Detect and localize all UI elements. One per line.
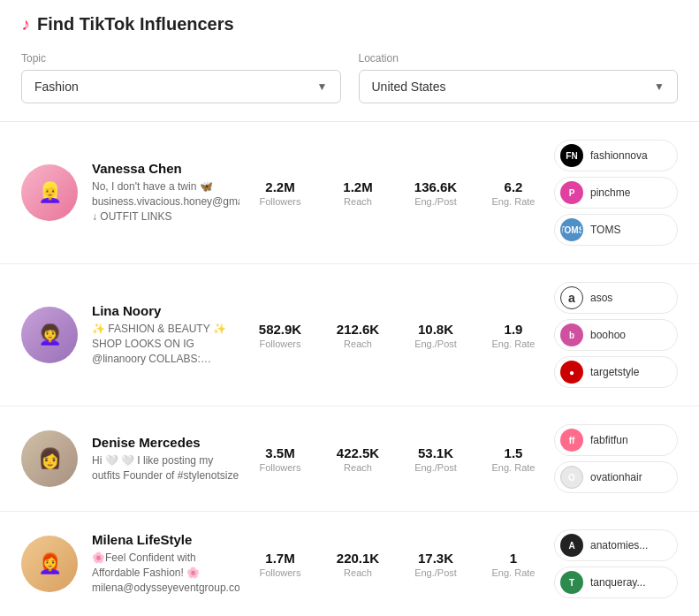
influencer-card[interactable]: 👩‍🦰Milena LifeStyle🌸Feel Confident with … <box>0 512 699 616</box>
brand-pill[interactable]: aasos <box>554 282 678 314</box>
brand-logo: ● <box>560 361 583 384</box>
stat-label: Eng. Rate <box>487 196 540 207</box>
brand-logo: a <box>560 286 583 309</box>
stat-label: Eng. Rate <box>487 462 540 473</box>
influencer-name: Lina Noory <box>92 303 239 318</box>
stat-value: 220.1K <box>331 551 384 566</box>
tiktok-icon: ♪ <box>21 14 30 34</box>
influencer-info: Denise MercedesHi 🤍 🤍 I like posting my … <box>92 435 239 483</box>
avatar: 👱‍♀️ <box>21 164 78 221</box>
stat-item: 1Eng. Rate <box>487 551 540 578</box>
avatar: 👩‍🦰 <box>21 536 78 592</box>
brand-pill[interactable]: Oovationhair <box>554 461 678 493</box>
stat-label: Eng. Rate <box>487 567 540 578</box>
brands-column: aasosbboohoo●targetstyle <box>554 282 678 388</box>
influencer-bio: No, I don't have a twin 🦋 business.vivac… <box>92 179 239 224</box>
brand-pill[interactable]: FNfashionnova <box>554 140 678 171</box>
influencer-info: Lina Noory✨ FASHION & BEAUTY ✨ SHOP LOOK… <box>92 303 239 366</box>
location-select[interactable]: United States ▼ <box>359 70 679 103</box>
influencer-bio: ✨ FASHION & BEAUTY ✨ SHOP LOOKS ON IG @l… <box>92 322 239 366</box>
brand-pill[interactable]: TOMSTOMS <box>554 214 678 246</box>
stat-value: 10.8K <box>409 322 462 337</box>
location-value: United States <box>372 80 446 94</box>
stat-item: 136.6KEng./Post <box>409 179 462 207</box>
stats-row: 2.2MFollowers1.2MReach136.6KEng./Post6.2… <box>254 179 540 207</box>
stat-label: Followers <box>254 196 307 207</box>
stat-value: 1.9 <box>487 322 540 337</box>
stat-value: 422.5K <box>331 445 384 460</box>
brand-name: pinchme <box>590 186 630 199</box>
stat-label: Eng. Rate <box>487 338 540 349</box>
brand-logo: P <box>560 181 583 204</box>
topic-select[interactable]: Fashion ▼ <box>21 70 341 103</box>
brand-name: boohoo <box>590 329 626 341</box>
stat-label: Followers <box>254 462 307 473</box>
stat-value: 582.9K <box>254 322 307 337</box>
stat-value: 3.5M <box>254 445 307 460</box>
brand-name: fabfitfun <box>590 434 628 446</box>
stat-item: 220.1KReach <box>331 551 384 578</box>
brands-column: fffabfitfunOovationhair <box>554 424 678 493</box>
stat-value: 1 <box>487 551 540 566</box>
stat-item: 1.2MReach <box>331 179 384 207</box>
influencer-name: Milena LifeStyle <box>92 532 239 547</box>
influencer-name: Vanessa Chen <box>92 161 239 176</box>
avatar: 👩 <box>21 430 78 487</box>
stat-label: Eng./Post <box>409 338 462 349</box>
stat-item: 2.2MFollowers <box>254 179 307 207</box>
brand-pill[interactable]: fffabfitfun <box>554 424 678 456</box>
influencer-bio: 🌸Feel Confident with Affordable Fashion!… <box>92 551 239 595</box>
brands-column: Aanatomies...Ttanqueray... <box>554 529 678 598</box>
stat-value: 17.3K <box>409 551 462 566</box>
stat-item: 1.9Eng. Rate <box>487 322 540 349</box>
stat-item: 10.8KEng./Post <box>409 322 462 349</box>
location-label: Location <box>359 52 679 65</box>
brand-name: tanqueray... <box>590 576 645 589</box>
brand-logo: A <box>560 534 583 557</box>
brand-logo: b <box>560 323 583 346</box>
topic-chevron-icon: ▼ <box>317 80 328 93</box>
stat-item: 212.6KReach <box>331 322 384 349</box>
stat-label: Eng./Post <box>409 196 462 207</box>
brand-pill[interactable]: Aanatomies... <box>554 529 678 561</box>
stat-value: 136.6K <box>409 179 462 194</box>
filters-row: Topic Fashion ▼ Location United States ▼ <box>21 52 678 103</box>
stat-item: 6.2Eng. Rate <box>487 179 540 207</box>
topic-label: Topic <box>21 52 341 65</box>
influencer-list: 👱‍♀️Vanessa ChenNo, I don't have a twin … <box>0 122 699 616</box>
brand-pill[interactable]: bboohoo <box>554 319 678 351</box>
influencer-card[interactable]: 👱‍♀️Vanessa ChenNo, I don't have a twin … <box>0 122 699 264</box>
stat-item: 582.9KFollowers <box>254 322 307 349</box>
avatar: 👩‍🦱 <box>21 307 78 363</box>
stat-value: 1.5 <box>487 445 540 460</box>
stat-label: Reach <box>331 462 384 473</box>
brand-name: TOMS <box>590 224 620 236</box>
brand-pill[interactable]: ●targetstyle <box>554 356 678 388</box>
stats-row: 1.7MFollowers220.1KReach17.3KEng./Post1E… <box>254 551 540 578</box>
stat-item: 53.1KEng./Post <box>409 445 462 473</box>
brand-name: fashionnova <box>590 149 648 162</box>
influencer-card[interactable]: 👩‍🦱Lina Noory✨ FASHION & BEAUTY ✨ SHOP L… <box>0 264 699 407</box>
stat-value: 1.2M <box>331 179 384 194</box>
brands-column: FNfashionnovaPpinchmeTOMSTOMS <box>554 140 678 246</box>
stat-value: 6.2 <box>487 179 540 194</box>
influencer-info: Milena LifeStyle🌸Feel Confident with Aff… <box>92 532 239 595</box>
stat-item: 422.5KReach <box>331 445 384 473</box>
location-chevron-icon: ▼ <box>654 80 665 93</box>
brand-name: ovationhair <box>590 471 642 483</box>
brand-logo: ff <box>560 429 583 452</box>
stats-row: 582.9KFollowers212.6KReach10.8KEng./Post… <box>254 322 540 349</box>
stat-label: Reach <box>331 567 384 578</box>
stat-label: Reach <box>331 196 384 207</box>
brand-name: targetstyle <box>590 366 639 378</box>
influencer-card[interactable]: 👩Denise MercedesHi 🤍 🤍 I like posting my… <box>0 407 699 512</box>
brand-pill[interactable]: Ppinchme <box>554 177 678 209</box>
stat-label: Followers <box>254 567 307 578</box>
topic-value: Fashion <box>34 80 79 94</box>
stat-value: 1.7M <box>254 551 307 566</box>
brand-pill[interactable]: Ttanqueray... <box>554 567 678 598</box>
brand-name: anatomies... <box>590 539 648 551</box>
stat-value: 212.6K <box>331 322 384 337</box>
brand-logo: FN <box>560 144 583 167</box>
stat-value: 2.2M <box>254 179 307 194</box>
